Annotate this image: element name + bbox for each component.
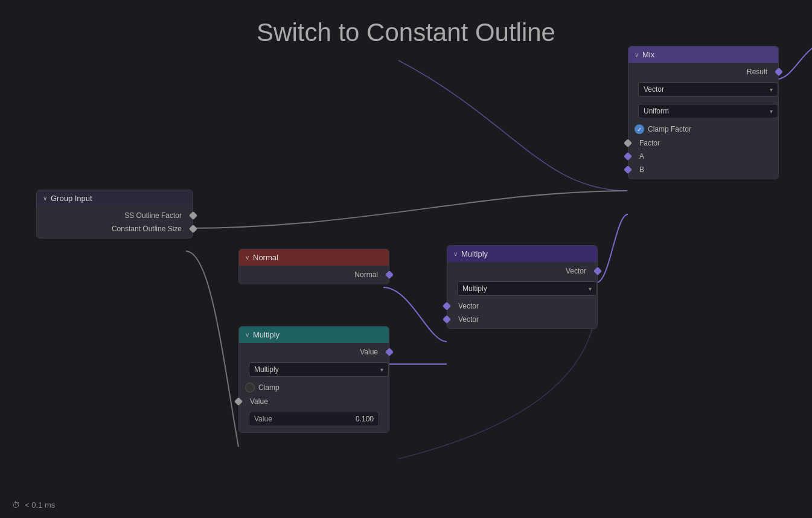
group-input-body: SS Outline Factor Constant Outline Size — [37, 206, 193, 238]
normal-body: Normal — [239, 266, 389, 284]
multiply-small-title: Multiply — [253, 330, 280, 339]
constant-outline-size-label: Constant Outline Size — [112, 225, 182, 233]
vector-output-socket[interactable] — [593, 267, 602, 275]
vector-input2-socket[interactable] — [443, 315, 451, 324]
multiply-small-header: ∨ Multiply — [239, 327, 389, 343]
normal-output-label: Normal — [354, 270, 378, 279]
constant-outline-size-socket[interactable] — [189, 225, 197, 233]
vector-input1-socket[interactable] — [443, 302, 451, 310]
vector-output-row: Vector — [447, 264, 597, 278]
constant-outline-size-row: Constant Outline Size — [37, 222, 193, 235]
value-input-row: Value — [239, 395, 389, 408]
clamp-label: Clamp — [258, 383, 280, 392]
vector-input2-label: Vector — [458, 315, 479, 324]
mix-body: Result Vector ▾ Uniform ▾ ✓ Clamp Factor… — [628, 63, 778, 179]
mix-dropdown1-wrapper: Vector ▾ — [628, 78, 778, 100]
multiply-small-collapse-icon[interactable]: ∨ — [245, 331, 249, 338]
mix-dropdown2-wrapper: Uniform ▾ — [628, 100, 778, 122]
multiply-large-title: Multiply — [461, 249, 488, 258]
mix-header: ∨ Mix — [628, 46, 778, 63]
result-output-row: Result — [628, 65, 778, 78]
multiply-small-body: Value Multiply ▾ Clamp Value Value 0.100 — [239, 343, 389, 432]
a-input-label: A — [639, 152, 644, 161]
clamp-row: Clamp — [239, 380, 389, 395]
vector-input1-row: Vector — [447, 299, 597, 313]
mix-dropdown-vector-label: Vector — [644, 85, 664, 94]
mix-dropdown-uniform-chevron: ▾ — [770, 108, 773, 115]
mix-dropdown-uniform[interactable]: Uniform ▾ — [638, 104, 778, 118]
multiply-large-dropdown[interactable]: Multiply ▾ — [457, 281, 597, 296]
value-field-label: Value — [249, 412, 351, 426]
mix-title: Mix — [642, 50, 654, 59]
clamp-factor-label: Clamp Factor — [648, 125, 691, 133]
value-input-socket[interactable] — [234, 397, 243, 406]
ss-outline-factor-row: SS Outline Factor — [37, 209, 193, 222]
normal-node: ∨ Normal Normal — [238, 249, 389, 284]
clamp-checkbox[interactable] — [245, 383, 255, 392]
clamp-factor-checkbox[interactable]: ✓ — [635, 124, 644, 134]
multiply-large-node: ∨ Multiply Vector Multiply ▾ Vector Vect… — [447, 245, 598, 329]
value-field[interactable]: Value 0.100 — [249, 412, 379, 426]
normal-title: Normal — [253, 253, 278, 262]
a-input-socket[interactable] — [624, 152, 632, 161]
multiply-large-dropdown-wrapper: Multiply ▾ — [447, 278, 597, 299]
vector-output-label: Vector — [566, 267, 586, 275]
factor-input-socket[interactable] — [624, 139, 632, 147]
multiply-large-body: Vector Multiply ▾ Vector Vector — [447, 262, 597, 328]
group-input-header: ∨ Group Input — [37, 190, 193, 206]
mix-dropdown-vector[interactable]: Vector ▾ — [638, 82, 778, 97]
normal-collapse-icon[interactable]: ∨ — [245, 254, 249, 261]
a-input-row: A — [628, 150, 778, 163]
value-input-label: Value — [250, 397, 268, 406]
factor-input-row: Factor — [628, 136, 778, 150]
multiply-small-node: ∨ Multiply Value Multiply ▾ Clamp Value — [238, 326, 389, 433]
group-input-node: ∨ Group Input SS Outline Factor Constant… — [36, 190, 193, 238]
status-bar: ⏱ < 0.1 ms — [12, 500, 55, 510]
vector-input1-label: Vector — [458, 302, 479, 310]
b-input-socket[interactable] — [624, 165, 632, 174]
result-output-label: Result — [747, 68, 767, 76]
b-input-label: B — [639, 165, 644, 174]
b-input-row: B — [628, 163, 778, 176]
multiply-dropdown-label: Multiply — [254, 365, 279, 374]
normal-output-socket[interactable] — [385, 270, 394, 279]
multiply-large-collapse-icon[interactable]: ∨ — [453, 251, 458, 257]
multiply-dropdown[interactable]: Multiply ▾ — [249, 362, 389, 377]
clamp-factor-row: ✓ Clamp Factor — [628, 122, 778, 136]
collapse-icon[interactable]: ∨ — [43, 195, 47, 202]
value-field-value: 0.100 — [351, 412, 379, 426]
group-input-title: Group Input — [51, 194, 92, 203]
mix-node: ∨ Mix Result Vector ▾ Uniform ▾ ✓ Clamp … — [628, 46, 779, 179]
value-field-wrapper: Value 0.100 — [239, 408, 389, 430]
multiply-large-header: ∨ Multiply — [447, 246, 597, 262]
multiply-large-dropdown-label: Multiply — [462, 284, 487, 293]
multiply-dropdown-chevron: ▾ — [380, 366, 383, 373]
mix-dropdown-vector-chevron: ▾ — [770, 86, 773, 93]
mix-dropdown-uniform-label: Uniform — [644, 107, 669, 115]
clock-icon: ⏱ — [12, 500, 20, 510]
value-output-socket[interactable] — [385, 348, 394, 356]
value-output-row: Value — [239, 345, 389, 359]
multiply-large-dropdown-chevron: ▾ — [589, 286, 592, 292]
ss-outline-factor-label: SS Outline Factor — [124, 211, 182, 220]
vector-input2-row: Vector — [447, 313, 597, 326]
result-output-socket[interactable] — [775, 68, 783, 76]
mix-collapse-icon[interactable]: ∨ — [635, 51, 639, 58]
multiply-dropdown-wrapper: Multiply ▾ — [239, 359, 389, 380]
timing-label: < 0.1 ms — [25, 500, 55, 510]
ss-outline-factor-socket[interactable] — [189, 211, 197, 220]
normal-header: ∨ Normal — [239, 249, 389, 266]
value-output-label: Value — [360, 348, 378, 356]
page-title: Switch to Constant Outline — [257, 18, 555, 47]
factor-input-label: Factor — [639, 139, 660, 147]
normal-output-row: Normal — [239, 268, 389, 281]
